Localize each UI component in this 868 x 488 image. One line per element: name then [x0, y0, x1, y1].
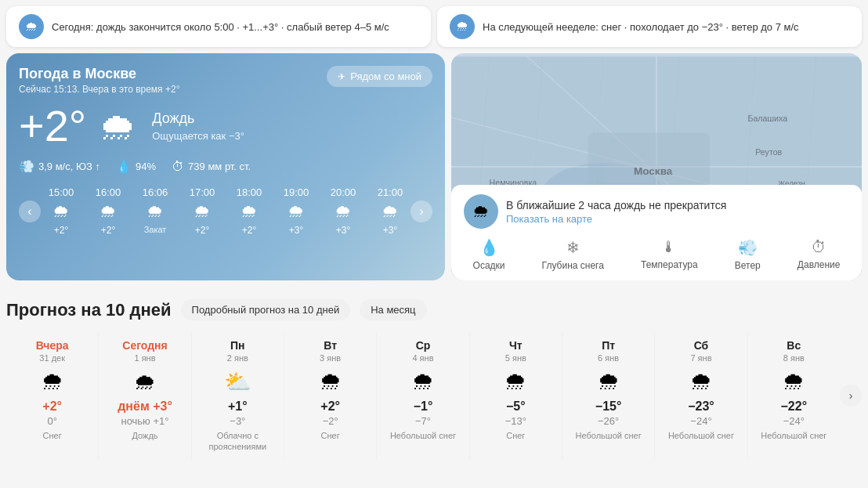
nextweek-banner[interactable]: 🌨 На следующей нееделе: снег · похолодае… — [437, 6, 862, 47]
nextweek-banner-text: На следующей нееделе: снег · похолодает … — [483, 21, 799, 33]
forecast-month-button[interactable]: На месяц — [360, 299, 426, 320]
forecast-10days-button[interactable]: Подробный прогноз на 10 дней — [181, 299, 351, 320]
weather-main: +2° 🌧 Дождь Ощущается как −3° — [19, 104, 432, 148]
forecast-temp-low: −13° — [505, 415, 526, 427]
near-me-button[interactable]: Рядом со мной — [327, 66, 432, 87]
hourly-time: 17:00 — [190, 186, 215, 198]
map-overlay: 🌧 В ближайшие 2 часа дождь не прекратитс… — [451, 185, 862, 280]
forecast-day-icon: 🌨 — [783, 369, 805, 395]
forecast-day-name: Пн — [230, 339, 245, 352]
forecast-day[interactable]: Пн 2 янв ⛅ +1° −3° Облачно с прояснениям… — [192, 333, 284, 459]
map-tab[interactable]: ⏱ Давление — [797, 238, 841, 271]
forecast-desc: Снег — [506, 430, 525, 441]
forecast-day-icon: 🌨 — [690, 369, 712, 395]
overlay-content: В ближайшие 2 часа дождь не прекратится … — [506, 199, 726, 225]
forecast-temp-high: днём +3° — [118, 399, 172, 414]
hourly-icon: 🌧 — [52, 201, 70, 222]
hourly-temp: +3° — [336, 225, 350, 236]
forecast-temp-low: −26° — [598, 415, 619, 427]
forecast-next-button[interactable]: › — [840, 385, 862, 407]
forecast-day[interactable]: Сегодня 1 янв 🌧 днём +3° ночью +1° Дождь — [99, 333, 191, 459]
forecast-temp-high: +1° — [228, 399, 248, 414]
forecast-day-icon: ⛅ — [224, 369, 251, 395]
forecast-desc: Снег — [43, 430, 62, 441]
map-tab[interactable]: 💧 Осадки — [473, 238, 505, 271]
pressure-detail: ⏱ 739 мм рт. ст. — [172, 159, 251, 174]
forecast-row: Вчера 31 дек 🌨 +2° 0° Снег Сегодня 1 янв… — [6, 333, 862, 459]
temperature-big: +2° — [19, 104, 86, 148]
map-tab-label: Осадки — [473, 260, 505, 271]
forecast-temp-high: −22° — [781, 399, 808, 414]
hourly-temp: +3° — [383, 225, 397, 236]
forecast-title: Прогноз на 10 дней — [6, 300, 172, 320]
hourly-prev-button[interactable]: ‹ — [19, 201, 41, 222]
forecast-temp-high: −5° — [506, 399, 526, 414]
show-on-map-link[interactable]: Показать на карте — [506, 213, 726, 225]
nextweek-banner-icon: 🌨 — [450, 14, 475, 39]
hourly-item: 16:00 🌧 +2° — [96, 186, 121, 236]
forecast-day-icon: 🌨 — [505, 369, 526, 395]
hourly-item: 19:00 🌧 +3° — [284, 186, 309, 236]
forecast-day-name: Сб — [694, 339, 709, 352]
forecast-day[interactable]: Чт 5 янв 🌨 −5° −13° Снег — [470, 333, 562, 459]
hourly-item: 21:00 🌧 +3° — [378, 186, 403, 236]
forecast-day-icon: 🌨 — [320, 369, 342, 395]
forecast-temp-low: −3° — [230, 415, 245, 427]
today-banner[interactable]: 🌧 Сегодня: дождь закончится около 5:00 ·… — [6, 6, 431, 47]
hourly-label: Закат — [144, 225, 167, 234]
forecast-section: Прогноз на 10 дней Подробный прогноз на … — [0, 287, 868, 465]
hourly-icon: 🌧 — [335, 201, 352, 222]
forecast-day-name: Ср — [416, 339, 431, 352]
forecast-temp-low: ночью +1° — [121, 415, 168, 427]
forecast-day[interactable]: Вс 8 янв 🌨 −22° −24° Небольшой снег — [748, 333, 840, 459]
map-tab-icon: ❄ — [566, 238, 580, 257]
rain-icon-circle: 🌧 — [464, 194, 498, 229]
hourly-item: 18:00 🌧 +2° — [237, 186, 262, 236]
weather-desc: Дождь Ощущается как −3° — [152, 110, 244, 142]
hourly-next-button[interactable]: › — [410, 201, 432, 222]
forecast-day-date: 7 янв — [690, 353, 711, 363]
map-tab[interactable]: 🌡 Температура — [641, 238, 698, 271]
weather-card: Погода в Москве Сейчас 15:13. Вчера в эт… — [6, 53, 445, 280]
forecast-day-icon: 🌨 — [412, 369, 434, 395]
map-tab-label: Глубина снега — [542, 260, 604, 271]
map-tab[interactable]: ❄ Глубина снега — [542, 238, 604, 271]
forecast-day-date: 31 дек — [39, 353, 65, 363]
forecast-temp-high: +2° — [42, 399, 62, 414]
map-tab[interactable]: 💨 Ветер — [735, 238, 761, 271]
forecast-day[interactable]: Пт 6 янв 🌨 −15° −26° Небольшой снег — [562, 333, 655, 459]
forecast-day[interactable]: Ср 4 янв 🌨 −1° −7° Небольшой снег — [377, 333, 469, 459]
hourly-time: 16:00 — [96, 186, 121, 198]
hourly-time: 19:00 — [284, 186, 309, 198]
forecast-day[interactable]: Вчера 31 дек 🌨 +2° 0° Снег — [6, 333, 99, 459]
forecast-temp-low: −2° — [323, 415, 338, 427]
forecast-temp-low: −24° — [690, 415, 711, 427]
humidity-icon: 💧 — [116, 159, 132, 174]
weather-icon-big: 🌧 — [99, 105, 136, 148]
hourly-time: 20:00 — [331, 186, 356, 198]
forecast-desc: Дождь — [132, 430, 157, 441]
forecast-day[interactable]: Сб 7 янв 🌨 −23° −24° Небольшой снег — [655, 333, 747, 459]
humidity-detail: 💧 94% — [116, 159, 156, 174]
forecast-desc: Снег — [321, 430, 340, 441]
forecast-desc: Небольшой снег — [761, 430, 826, 441]
hourly-item: 20:00 🌧 +3° — [331, 186, 356, 236]
forecast-day-name: Пт — [602, 339, 615, 352]
forecast-grid: Вчера 31 дек 🌨 +2° 0° Снег Сегодня 1 янв… — [6, 333, 840, 459]
map-tab-label: Давление — [797, 259, 841, 270]
map-area: Москва Балашиха Реутов Железн... Немчино… — [451, 53, 862, 280]
forecast-day-icon: 🌧 — [134, 369, 156, 395]
overlay-rain-text: В ближайшие 2 часа дождь не прекратится — [506, 199, 726, 211]
hourly-temp: +2° — [242, 225, 256, 236]
pressure-icon: ⏱ — [172, 160, 184, 174]
forecast-day[interactable]: Вт 3 янв 🌨 +2° −2° Снег — [284, 333, 377, 459]
forecast-day-date: 8 янв — [783, 353, 805, 363]
map-tab-icon: ⏱ — [811, 238, 826, 256]
hourly-icon: 🌧 — [288, 201, 305, 222]
map-tab-label: Температура — [641, 259, 698, 270]
feels-like: Ощущается как −3° — [152, 130, 244, 142]
weather-condition: Дождь — [152, 110, 244, 127]
today-banner-text: Сегодня: дождь закончится около 5:00 · +… — [52, 21, 389, 33]
hourly-items: 15:00 🌧 +2° 16:00 🌧 +2° 16:06 🌧 Закат 17… — [41, 186, 410, 236]
forecast-temp-low: −24° — [783, 415, 805, 427]
